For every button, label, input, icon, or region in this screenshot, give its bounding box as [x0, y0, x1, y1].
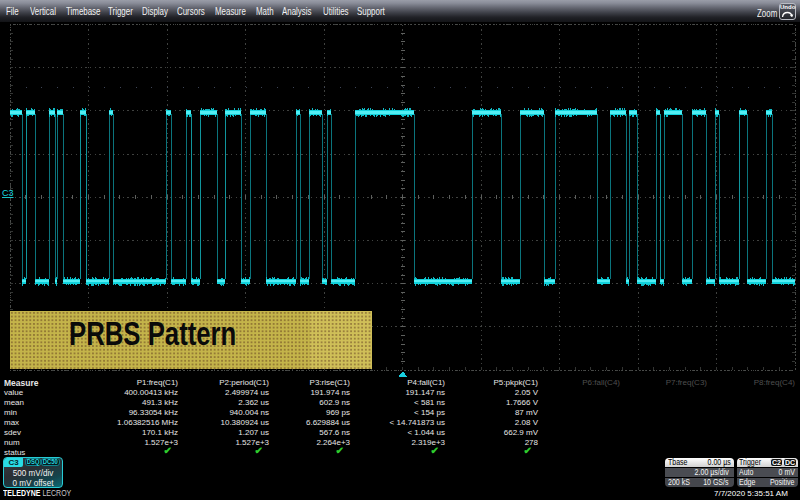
- svg-text:C3: C3: [2, 188, 14, 198]
